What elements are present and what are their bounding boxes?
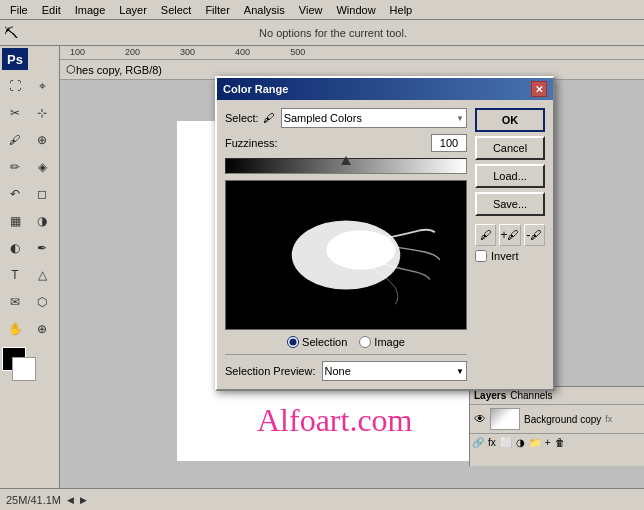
move-tool[interactable]: ⛶ [2,73,28,99]
select-label: Select: [225,112,259,124]
layer-thumbnail [490,408,520,430]
image-radio[interactable] [359,336,371,348]
layer-delete-icon[interactable]: 🗑 [555,437,565,448]
ok-button[interactable]: OK [475,108,545,132]
dialog-right: OK Cancel Load... Save... 🖋 +🖋 -🖋 Invert [475,108,545,381]
menu-bar: File Edit Image Layer Select Filter Anal… [0,0,644,20]
slider-thumb [341,156,351,165]
status-arrow-left[interactable]: ◀ [67,495,74,505]
select-arrow-icon: ▼ [456,114,464,123]
layer-mask-icon[interactable]: ⬜ [500,437,512,448]
type-tool[interactable]: T [2,262,28,288]
gradient-tool[interactable]: ▦ [2,208,28,234]
layer-adj-icon[interactable]: ◑ [516,437,525,448]
healing-tool[interactable]: ⊕ [29,127,55,153]
ruler-mark-500: 500 [290,47,305,57]
menu-window[interactable]: Window [330,2,381,18]
eyedropper-select-icon: 🖋 [263,111,275,125]
canvas-title: ⬡ [66,63,76,76]
status-bar: 25M/41.1M ◀ ▶ [0,488,644,510]
clone-tool[interactable]: ◈ [29,154,55,180]
layer-link-icon[interactable]: 🔗 [472,437,484,448]
invert-label: Invert [491,250,519,262]
canvas-area: 100 200 300 400 500 ⬡ hes copy, RGB/8) [60,46,644,488]
dialog-left: Select: 🖋 Sampled Colors ▼ Fuzziness: 10… [225,108,467,381]
hand-tool[interactable]: ✋ [2,316,28,342]
background-color[interactable] [12,357,36,381]
layer-effects-icon[interactable]: fx [488,437,496,448]
channels-tab[interactable]: Channels [510,390,552,401]
dialog-close-button[interactable]: ✕ [531,81,547,97]
menu-edit[interactable]: Edit [36,2,67,18]
magic-wand-tool[interactable]: ✂ [2,100,28,126]
load-button[interactable]: Load... [475,164,545,188]
select-dropdown[interactable]: Sampled Colors ▼ [281,108,467,128]
shape-tool[interactable]: △ [29,262,55,288]
lasso-tool[interactable]: ⌖ [29,73,55,99]
radio-row: Selection Image [225,336,467,348]
menu-analysis[interactable]: Analysis [238,2,291,18]
selection-radio-text: Selection [302,336,347,348]
eyedropper-button[interactable]: 🖋 [475,224,496,246]
crop-tool[interactable]: ⊹ [29,100,55,126]
svg-text:Alfoart.com: Alfoart.com [257,402,413,438]
preview-arrow-icon: ▼ [456,367,464,376]
menu-help[interactable]: Help [384,2,419,18]
ruler-top: 100 200 300 400 500 [60,46,644,60]
history-brush[interactable]: ↶ [2,181,28,207]
fuzziness-value[interactable]: 100 [431,134,467,152]
eyedropper-row: 🖋 +🖋 -🖋 [475,224,545,246]
layers-panel: Layers Channels 👁 Background copy fx 🔗 f… [469,386,644,466]
3d-tool[interactable]: ⬡ [29,289,55,315]
preview-dropdown[interactable]: None ▼ [322,361,468,381]
layers-tab[interactable]: Layers [474,390,506,401]
menu-filter[interactable]: Filter [199,2,235,18]
status-arrow-right[interactable]: ▶ [80,495,87,505]
menu-view[interactable]: View [293,2,329,18]
menu-select[interactable]: Select [155,2,198,18]
layer-item-bg-copy[interactable]: 👁 Background copy fx [470,405,644,433]
toolbox: Ps ⛶ ⌖ ✂ ⊹ 🖋 ⊕ ✏ ◈ ↶ ◻ ▦ ◑ ◐ ✒ T [0,46,60,488]
eyedropper-tool[interactable]: 🖋 [2,127,28,153]
layer-new-icon[interactable]: + [545,437,551,448]
selection-radio-label[interactable]: Selection [287,336,347,348]
pen-tool[interactable]: ✒ [29,235,55,261]
current-tool-icon: ⛏ [4,25,18,41]
fuzziness-slider[interactable] [225,158,467,174]
eyedropper-add-button[interactable]: +🖋 [499,224,520,246]
layer-group-icon[interactable]: 📁 [529,437,541,448]
cancel-button[interactable]: Cancel [475,136,545,160]
preview-label: Selection Preview: [225,365,316,377]
save-button[interactable]: Save... [475,192,545,216]
eyedropper-subtract-button[interactable]: -🖋 [524,224,545,246]
dodge-tool[interactable]: ◐ [2,235,28,261]
menu-layer[interactable]: Layer [113,2,153,18]
layer-bottom-bar: 🔗 fx ⬜ ◑ 📁 + 🗑 [470,433,644,451]
toolbar: ⛏ No options for the current tool. [0,20,644,46]
eraser-tool[interactable]: ◻ [29,181,55,207]
notes-tool[interactable]: ✉ [2,289,28,315]
menu-file[interactable]: File [4,2,34,18]
status-info: 25M/41.1M [6,494,61,506]
selection-radio[interactable] [287,336,299,348]
brush-tool[interactable]: ✏ [2,154,28,180]
canvas-title-text: hes copy, RGB/8) [76,64,162,76]
menu-image[interactable]: Image [69,2,112,18]
color-range-dialog: Color Range ✕ Select: 🖋 Sampled Colors [215,76,555,391]
ruler-mark-200: 200 [125,47,140,57]
invert-checkbox[interactable] [475,250,487,262]
invert-row: Invert [475,250,545,262]
blur-tool[interactable]: ◑ [29,208,55,234]
image-radio-text: Image [374,336,405,348]
layer-visibility-icon[interactable]: 👁 [474,412,486,426]
layer-fx-icon: fx [605,414,612,424]
fuzziness-label: Fuzziness: [225,137,278,149]
ruler-mark-400: 400 [235,47,250,57]
dialog-body: Select: 🖋 Sampled Colors ▼ Fuzziness: 10… [217,100,553,389]
toolbar-message: No options for the current tool. [26,27,640,39]
ruler-mark-100: 100 [70,47,85,57]
dialog-title: Color Range [223,83,288,95]
zoom-tool[interactable]: ⊕ [29,316,55,342]
fuzziness-row: Fuzziness: 100 [225,134,467,152]
image-radio-label[interactable]: Image [359,336,405,348]
